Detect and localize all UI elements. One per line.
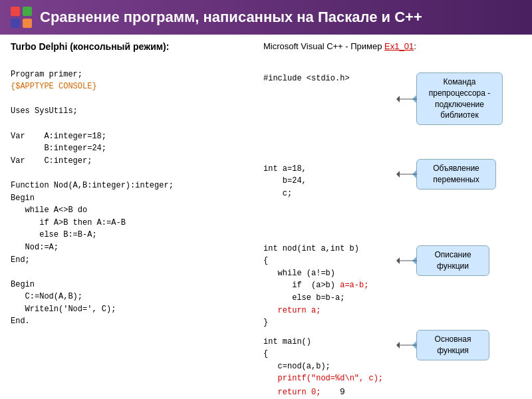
callout-variables: Объявление переменных [416, 159, 496, 190]
header-title: Сравнение программ, написанных на Паскал… [40, 9, 422, 26]
callout-function: Описание функции [416, 245, 489, 276]
left-code: Program primer; {$APPTYPE CONSOLE} Uses … [11, 56, 257, 340]
code-main: int main() { c=nod(a,b); printf("nod=%d\… [263, 323, 383, 399]
header: Сравнение программ, написанных на Паскал… [0, 0, 532, 35]
right-title-prefix: Microsoft Visual C++ - Пример [263, 41, 384, 51]
left-panel: Turbo Delphi (консольный режим): Program… [11, 41, 257, 388]
left-panel-title: Turbo Delphi (консольный режим): [11, 41, 257, 52]
right-panel: Microsoft Visual C++ - Пример Ex1_01: #i… [263, 41, 521, 388]
code-line: Program primer; [11, 70, 82, 79]
callout-preprocessor: Команда препроцессора - подключение библ… [416, 72, 503, 125]
right-title-link[interactable]: Ex1_01 [384, 41, 414, 51]
code-vars: int a=18, b=24, c; [263, 150, 307, 212]
code-line-apptype: {$APPTYPE CONSOLE} [11, 82, 97, 91]
svg-rect-2 [11, 19, 20, 28]
right-content: #include <stdio.h> int a=18, b=24, c; in… [263, 54, 521, 399]
svg-rect-1 [23, 7, 32, 16]
callout-main: Основная функция [416, 330, 489, 360]
svg-rect-3 [23, 19, 32, 28]
right-panel-title: Microsoft Visual C++ - Пример Ex1_01: [263, 41, 521, 51]
code-line: Uses SysUtils; Var A:integer=18; B:integ… [11, 106, 174, 326]
svg-rect-0 [11, 7, 20, 16]
right-title-suffix: : [414, 41, 416, 51]
main-content: Turbo Delphi (консольный режим): Program… [0, 35, 532, 395]
code-include: #include <stdio.h> [263, 72, 350, 85]
header-icon [11, 7, 32, 28]
